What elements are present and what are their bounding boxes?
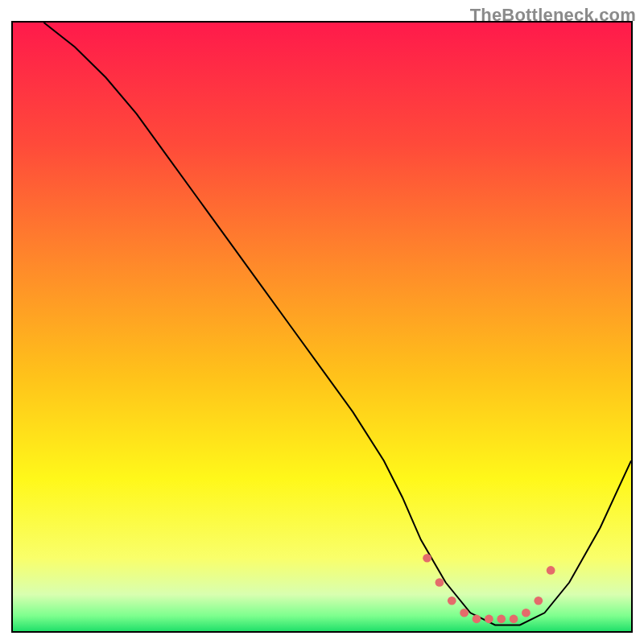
plot-frame bbox=[11, 21, 633, 633]
optimal-marker bbox=[497, 615, 506, 624]
optimal-marker bbox=[485, 615, 493, 624]
optimal-marker bbox=[510, 615, 518, 624]
chart-container: TheBottleneck.com bbox=[0, 0, 644, 644]
optimal-marker bbox=[473, 615, 481, 624]
optimal-marker bbox=[522, 609, 530, 617]
optimal-marker bbox=[534, 597, 543, 605]
optimal-marker bbox=[436, 578, 444, 587]
curve-layer bbox=[13, 23, 631, 631]
optimal-marker bbox=[460, 609, 469, 617]
plot-area bbox=[13, 23, 631, 631]
optimal-marker bbox=[423, 554, 431, 563]
optimal-marker bbox=[448, 597, 456, 605]
optimal-marker bbox=[547, 566, 555, 575]
bottleneck-curve bbox=[43, 23, 631, 625]
